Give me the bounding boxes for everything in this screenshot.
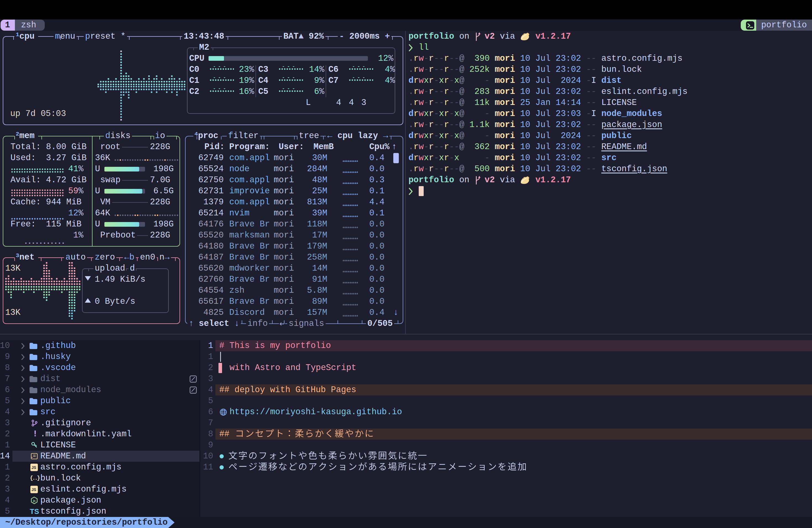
svg-text:js: js — [33, 499, 35, 502]
